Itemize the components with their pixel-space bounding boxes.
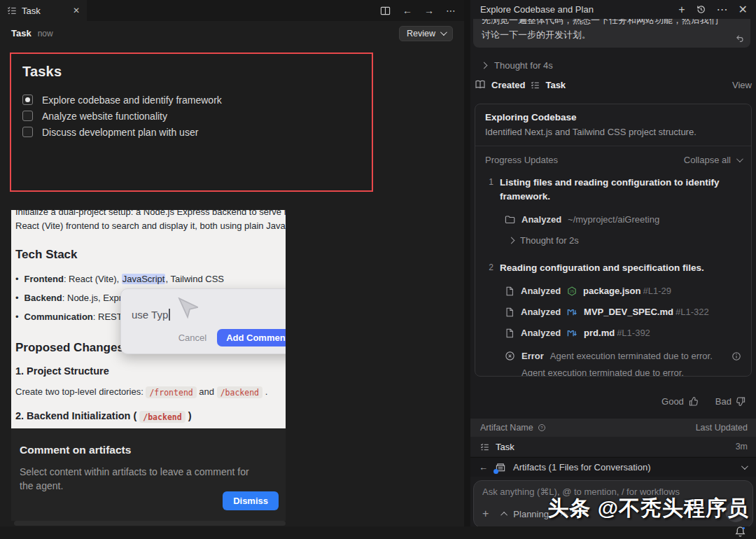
history-icon[interactable] xyxy=(696,4,706,15)
tasks-card-annotated: Tasks Explore codebase and identify fram… xyxy=(10,52,373,192)
svg-text:JS: JS xyxy=(570,289,574,293)
task-checkbox-active[interactable] xyxy=(22,94,33,105)
task-checkbox-empty[interactable] xyxy=(22,127,33,137)
chevron-down-icon[interactable] xyxy=(741,463,748,470)
analyzed-path: ~/myproject/aiGreeting xyxy=(568,214,659,225)
nodejs-icon: JS xyxy=(567,286,577,296)
task-checkbox-empty[interactable] xyxy=(22,111,33,121)
more-actions-icon[interactable]: ⋯ xyxy=(446,5,456,16)
artifact-row-task[interactable]: Task 3m xyxy=(470,437,756,456)
file-name: package.json xyxy=(583,286,640,296)
progress-card-title: Exploring Codebase xyxy=(485,112,741,122)
error-text-line2: Agent execution terminated due to error. xyxy=(485,368,741,377)
doc-intro-line2: React (Vite) frontend to search and disp… xyxy=(15,219,286,233)
new-chat-icon[interactable]: + xyxy=(678,4,685,16)
error-text: Agent execution terminated due to error. xyxy=(550,351,713,361)
highlighted-text[interactable]: JavaScript xyxy=(122,274,166,284)
analyzed-folder-row[interactable]: Analyzed ~/myproject/aiGreeting xyxy=(485,214,741,225)
model-dropdown[interactable] xyxy=(563,512,568,517)
notification-dot xyxy=(493,469,498,474)
progress-updates-row: Progress Updates Collapse all xyxy=(485,155,741,165)
progress-card-header: Exploring Codebase Identified Next.js an… xyxy=(475,104,751,146)
horizontal-scrollbar[interactable] xyxy=(14,521,286,526)
step-title: Reading configuration and specification … xyxy=(500,261,704,275)
artifact-header: Task now Review xyxy=(0,21,464,46)
cancel-button[interactable]: Cancel xyxy=(178,332,206,343)
add-comment-button[interactable]: Add Comment xyxy=(217,329,286,346)
analyzed-file-row-2[interactable]: Analyzed MVP_DEV_SPEC.md#L1-322 xyxy=(485,307,741,317)
editor-tabbar: Task ✕ ← → ⋯ xyxy=(0,0,464,21)
chat-panel: Explore Codebase and Plan + ⋯ ✕ 先浏览一遍整体代… xyxy=(465,0,756,526)
task-item-analyze[interactable]: Analyze website functionality xyxy=(22,108,372,124)
user-message-line1: 先浏览一遍整体代码，熟悉一下任务和网站功能，然后我们 xyxy=(482,18,732,27)
checklist-icon xyxy=(7,6,17,15)
task-item-discuss[interactable]: Discuss development plan with user xyxy=(22,124,372,140)
error-label: Error xyxy=(522,351,544,361)
artifacts-bar[interactable]: ← Artifacts (1 Files for Conversation) xyxy=(470,457,756,477)
user-message-clip: 先浏览一遍整体代码，熟悉一下任务和网站功能，然后我们 讨论一下一步的开发计划。 xyxy=(473,18,750,48)
chat-header: Explore Codebase and Plan + ⋯ ✕ xyxy=(470,0,756,19)
created-label: Created xyxy=(491,80,525,90)
split-editor-icon[interactable] xyxy=(380,6,391,16)
code-chip: /frontend xyxy=(146,386,196,398)
send-button[interactable]: → xyxy=(725,501,746,522)
bell-icon[interactable] xyxy=(734,526,746,538)
review-button[interactable]: Review xyxy=(399,26,453,41)
help-icon[interactable]: ? xyxy=(538,424,546,432)
step-number: 2 xyxy=(485,261,493,275)
document-preview[interactable]: Initialize a dual-project setup: a Node.… xyxy=(11,210,286,428)
view-link[interactable]: View xyxy=(732,80,752,90)
file-name: MVP_DEV_SPEC.md xyxy=(584,307,673,317)
checklist-icon xyxy=(480,442,489,451)
progress-card: Exploring Codebase Identified Next.js an… xyxy=(475,104,752,377)
thought-row-2[interactable]: Thought for 2s xyxy=(485,235,741,246)
progress-step-1: 1 Listing files and reading configuratio… xyxy=(485,176,741,204)
attach-icon[interactable]: + xyxy=(482,507,489,520)
toast-body: Select content within artifacts to leave… xyxy=(20,465,265,493)
svg-text:?: ? xyxy=(540,426,543,430)
folder-icon xyxy=(505,214,515,225)
markdown-icon xyxy=(567,329,578,337)
analyzed-file-row-1[interactable]: Analyzed JS package.json#L1-29 xyxy=(485,286,741,296)
thought-row[interactable]: Thought for 4s xyxy=(482,60,553,71)
artifact-row-updated: 3m xyxy=(736,442,748,451)
analyzed-file-row-3[interactable]: Analyzed prd.md#L1-392 xyxy=(485,328,741,338)
back-arrow-icon[interactable]: ← xyxy=(402,5,412,16)
user-message-bubble: 先浏览一遍整体代码，熟悉一下任务和网站功能，然后我们 讨论一下一步的开发计划。 xyxy=(473,18,750,48)
book-icon xyxy=(475,79,486,90)
task-item-explore[interactable]: Explore codebase and identify framework xyxy=(22,92,372,108)
tab-close-icon[interactable]: ✕ xyxy=(73,6,80,15)
comment-toast: Comment on artifacts Select content with… xyxy=(11,428,286,521)
chat-header-actions: + ⋯ ✕ xyxy=(678,3,748,16)
planning-mode-dropdown[interactable]: Planning xyxy=(503,509,549,519)
chat-title: Explore Codebase and Plan xyxy=(480,4,594,15)
back-arrow-icon[interactable]: ← xyxy=(479,462,488,472)
close-panel-icon[interactable]: ✕ xyxy=(738,3,748,16)
user-message-line2: 讨论一下一步的开发计划。 xyxy=(482,27,732,42)
chat-input[interactable] xyxy=(482,486,741,497)
info-icon[interactable] xyxy=(732,351,741,361)
chevron-up-icon xyxy=(561,511,568,518)
bad-button[interactable]: Bad xyxy=(715,396,746,407)
app-window: Task ✕ ← → ⋯ Task now Review xyxy=(0,0,756,539)
artifact-title: Task xyxy=(11,28,31,38)
doc-subheading-backend-init: 2. Backend Initialization ( /backend ) xyxy=(15,410,286,421)
progress-section: Progress Updates Collapse all 1 Listing … xyxy=(475,146,751,377)
artifact-table-header: Artifact Name ? Last Updated xyxy=(470,419,756,437)
good-button[interactable]: Good xyxy=(662,396,699,407)
collapse-all-button[interactable]: Collapse all xyxy=(684,155,741,165)
step-title: Listing files and reading configuration … xyxy=(500,176,741,204)
progress-step-2: 2 Reading configuration and specificatio… xyxy=(485,261,741,275)
artifact-row-name: Task xyxy=(496,442,514,452)
comment-input[interactable]: use Typ xyxy=(132,309,170,321)
tab-label: Task xyxy=(22,6,41,16)
toast-title: Comment on artifacts xyxy=(20,444,276,456)
tab-task[interactable]: Task ✕ xyxy=(0,0,87,21)
forward-arrow-icon[interactable]: → xyxy=(424,5,434,16)
restore-message-icon[interactable] xyxy=(735,34,744,43)
dismiss-button[interactable]: Dismiss xyxy=(223,491,279,510)
error-icon xyxy=(505,351,515,361)
artifacts-bar-label: Artifacts (1 Files for Conversation) xyxy=(513,462,651,472)
chat-input-controls: + Planning xyxy=(482,507,568,520)
more-actions-icon[interactable]: ⋯ xyxy=(717,3,728,16)
